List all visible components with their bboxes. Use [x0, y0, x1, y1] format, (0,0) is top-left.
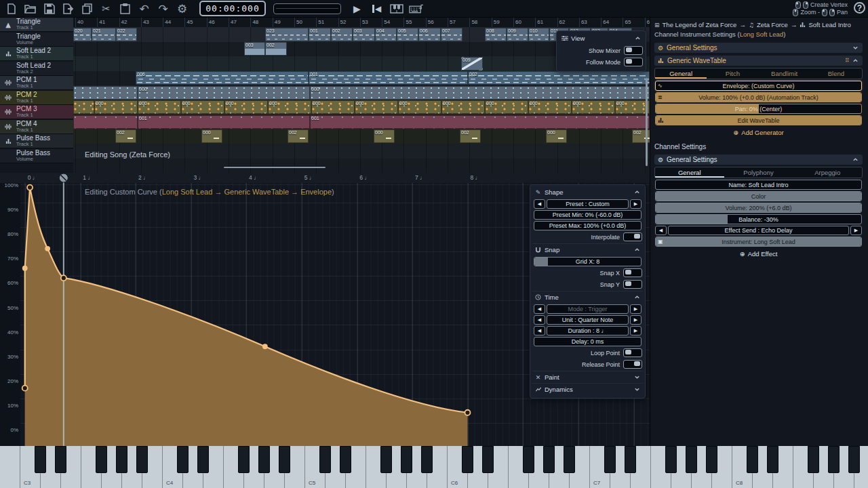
black-key-Fs3[interactable]	[96, 446, 107, 473]
export-icon[interactable]	[61, 1, 75, 16]
channel-general-settings-header[interactable]: ⚙ General Settings	[654, 155, 863, 165]
tab-bandlimit[interactable]: Bandlimit	[759, 68, 810, 79]
toggle-switch[interactable]	[623, 280, 642, 289]
black-key-Gs8[interactable]	[828, 446, 840, 473]
section-header-snap[interactable]: Snap	[532, 243, 643, 256]
section-header-paint[interactable]: ✕Paint	[532, 371, 643, 383]
pattern-block-000[interactable]: 000	[268, 100, 311, 114]
black-key-Fs6[interactable]	[523, 446, 534, 473]
pattern-block-000[interactable]: 000	[615, 100, 650, 114]
track-header-triangle-track-1[interactable]: ▲TriangleTrack 1	[0, 18, 73, 32]
pattern-block-010[interactable]: 010	[528, 28, 549, 41]
toggle-switch[interactable]	[623, 232, 642, 241]
color-slider[interactable]: Color	[655, 191, 862, 201]
pattern-block-000[interactable]: 000	[201, 129, 222, 143]
prev-arrow-button[interactable]: ◀	[534, 304, 545, 314]
pattern-block-001[interactable]: 001	[309, 28, 331, 41]
black-key-Gs7[interactable]	[686, 446, 697, 473]
grid-x-slider[interactable]: Grid X: 8	[534, 257, 642, 266]
tab-general[interactable]: General	[655, 68, 707, 79]
black-key-As3[interactable]	[136, 446, 148, 473]
black-key-Gs6[interactable]	[543, 446, 555, 473]
pattern-block-002[interactable]: 002	[460, 129, 481, 143]
track-header-pcm-1-track-1[interactable]: PCM 1Track 1	[0, 76, 73, 90]
pattern-block-001[interactable]: 001	[138, 115, 310, 129]
pattern-lane-9[interactable]	[73, 159, 650, 174]
horizontal-scrollbar[interactable]	[224, 167, 326, 168]
drag-handle-icon[interactable]: ⠿	[845, 58, 849, 64]
settings-icon[interactable]: ⚙	[175, 1, 189, 16]
pattern-block-002[interactable]: 002	[331, 28, 353, 41]
black-key-Fs7[interactable]	[665, 446, 677, 473]
toggle-switch[interactable]	[623, 348, 642, 357]
typing-keyboard-button[interactable]	[409, 1, 423, 16]
preset-value[interactable]: Preset : Custom	[547, 199, 629, 209]
pattern-block-000[interactable]: 000	[310, 86, 650, 100]
black-key-Gs5[interactable]	[401, 446, 412, 473]
save-icon[interactable]	[42, 1, 56, 16]
pattern-block-009[interactable]: 009	[461, 57, 483, 70]
pattern-block-005[interactable]: 005	[397, 28, 418, 41]
view-panel-header[interactable]: View	[559, 33, 644, 44]
envelope-time-ruler[interactable]: 0 ♩1 ♩2 ♩3 ♩4 ♩5 ♩6 ♩7 ♩8 ♩	[0, 173, 650, 184]
pattern-block-000[interactable]: 000	[138, 100, 181, 114]
pattern-block-000[interactable]: 000	[181, 100, 224, 114]
pattern-block-001[interactable]: 001	[309, 71, 468, 85]
volume-slider[interactable]: ≣Volume: 100% (+0.0 dB) (Automation Trac…	[655, 92, 862, 102]
track-header-pulse-bass-volume[interactable]: Pulse BassVolume	[0, 149, 73, 163]
pattern-block-000[interactable]: 000	[485, 100, 528, 114]
next-arrow-button[interactable]: ▶	[850, 226, 862, 235]
seek-bar[interactable]	[273, 3, 341, 14]
breadcrumb[interactable]: ⊞The Legend of Zeta Force→♫Zeta Force→So…	[654, 20, 863, 29]
piano-input-button[interactable]	[389, 1, 403, 16]
toggle-switch[interactable]	[623, 360, 642, 369]
black-key-Fs5[interactable]	[380, 446, 392, 473]
pattern-block-002[interactable]: 002	[265, 42, 287, 56]
skip-start-button[interactable]: ◀	[370, 1, 384, 16]
next-arrow-button[interactable]: ▶	[630, 199, 642, 209]
unit-value[interactable]: Unit : Quarter Note	[547, 315, 629, 325]
black-key-As5[interactable]	[421, 446, 433, 473]
track-header-pcm-3-track-1[interactable]: PCM 3Track 1	[0, 105, 73, 119]
effect-send-value[interactable]: Effect Send : Echo Delay	[668, 226, 849, 235]
pattern-block-002[interactable]: 002	[115, 129, 136, 143]
tab-arpeggio[interactable]: Arpeggio	[793, 167, 862, 178]
pattern-block-002[interactable]: 002	[288, 129, 309, 143]
track-header-pcm-2-track-1[interactable]: PCM 2Track 1	[0, 91, 73, 105]
bar-ruler[interactable]: 4041424344454647484950515253545556575859…	[73, 18, 650, 28]
breadcrumb-item[interactable]: The Legend of Zeta Force	[663, 21, 737, 28]
preset-min-button[interactable]: Preset Min: 0% (-60.0 dB)	[534, 210, 642, 220]
black-key-As4[interactable]	[279, 446, 290, 473]
black-key-Cs8[interactable]	[747, 446, 758, 473]
toggle-switch[interactable]	[624, 46, 643, 55]
black-key-As6[interactable]	[564, 446, 575, 473]
duration-value[interactable]: Duration : 8 ♩	[547, 326, 629, 336]
pattern-block-000[interactable]: 000	[528, 100, 572, 114]
pattern-block-009[interactable]: 009	[507, 28, 528, 41]
vertical-scrollbar[interactable]	[646, 78, 648, 166]
pattern-block-000[interactable]: 000	[138, 86, 310, 100]
pattern-block-006[interactable]: 006	[136, 71, 309, 85]
pattern-block-000[interactable]: 000	[224, 100, 268, 114]
add-effect-button[interactable]: ⊕ Add Effect	[654, 248, 863, 259]
pattern-block-020[interactable]: 020	[73, 28, 92, 41]
preset-max-button[interactable]: Preset Max: 100% (+0.0 dB)	[534, 221, 642, 230]
generator-header[interactable]: Generic WaveTable ⠿	[654, 56, 863, 66]
copy-icon[interactable]	[80, 1, 94, 16]
pattern-block-006[interactable]: 006	[418, 28, 441, 41]
next-arrow-button[interactable]: ▶	[630, 326, 642, 336]
volume-slider[interactable]: Volume: 200% (+6.0 dB)	[655, 203, 862, 213]
mode-value[interactable]: Mode : Trigger	[547, 304, 629, 314]
pattern-block[interactable]	[73, 86, 138, 100]
toggle-switch[interactable]	[623, 268, 642, 277]
pattern-block-008[interactable]: 008	[485, 28, 507, 41]
section-header-dynamics[interactable]: Dynamics	[532, 383, 643, 395]
track-header-pulse-bass-track-1[interactable]: Pulse BassTrack 1	[0, 134, 73, 148]
tab-general[interactable]: General	[655, 167, 724, 178]
track-header-soft-lead-2-track-2[interactable]: Soft Lead 2Track 2	[0, 62, 73, 76]
redo-icon[interactable]: ↷	[156, 1, 170, 16]
undo-icon[interactable]: ↶	[137, 1, 151, 16]
pattern-block-000[interactable]: 000	[355, 100, 398, 114]
help-button[interactable]: ?	[854, 2, 865, 14]
delay-button[interactable]: Delay: 0 ms	[534, 337, 642, 346]
